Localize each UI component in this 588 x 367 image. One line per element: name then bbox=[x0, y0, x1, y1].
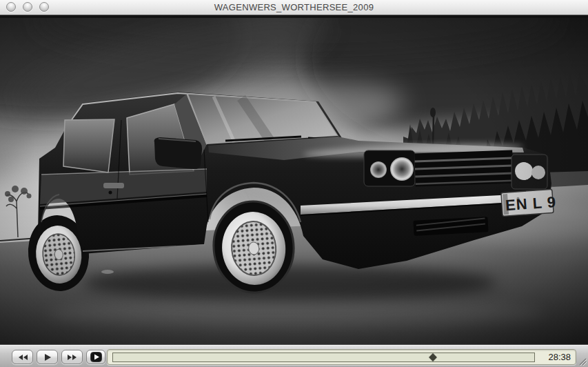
time-display: 28:38 bbox=[540, 352, 571, 362]
timeline: 28:38 bbox=[107, 349, 576, 365]
vignette bbox=[0, 15, 588, 344]
video-display[interactable]: EN L 9 bbox=[0, 15, 588, 344]
play-badge-icon bbox=[90, 352, 102, 362]
resize-grip-icon[interactable] bbox=[577, 356, 587, 366]
fast-forward-button[interactable] bbox=[61, 350, 83, 364]
control-bar: 28:38 bbox=[0, 344, 588, 367]
transport-buttons bbox=[12, 350, 105, 364]
fast-forward-icon bbox=[67, 354, 78, 361]
player-badge-button[interactable] bbox=[86, 350, 105, 364]
play-button[interactable] bbox=[37, 350, 58, 364]
player-window: WAGENWERS_WORTHERSEE_2009 bbox=[0, 0, 588, 367]
rewind-icon bbox=[17, 354, 28, 361]
rewind-button[interactable] bbox=[12, 350, 33, 364]
play-icon bbox=[43, 354, 52, 361]
photo-canvas: EN L 9 bbox=[0, 15, 588, 344]
window-title: WAGENWERS_WORTHERSEE_2009 bbox=[0, 0, 588, 14]
timeline-track[interactable] bbox=[112, 353, 535, 362]
titlebar: WAGENWERS_WORTHERSEE_2009 bbox=[0, 0, 588, 15]
playhead-diamond[interactable] bbox=[429, 353, 437, 361]
